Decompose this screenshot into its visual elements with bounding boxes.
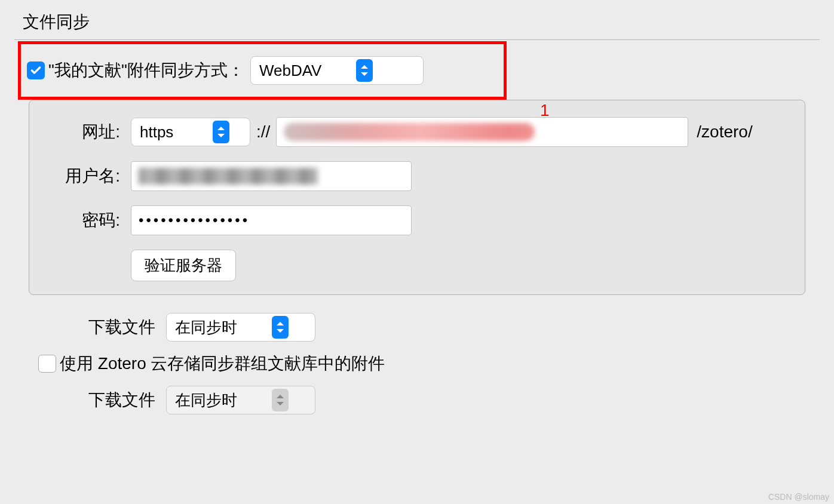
redacted-url <box>284 123 535 141</box>
download2-value: 在同步时 <box>175 390 265 411</box>
section-title: 文件同步 <box>14 0 820 39</box>
verify-server-button[interactable]: 验证服务器 <box>131 250 236 281</box>
url-label: 网址: <box>42 121 120 143</box>
sync-method-highlight: "我的文献"附件同步方式： WebDAV <box>18 41 507 100</box>
updown-icon <box>272 389 289 411</box>
protocol-value: https <box>140 123 206 142</box>
download2-select[interactable]: 在同步时 <box>166 386 315 414</box>
group-sync-label: 使用 Zotero 云存储同步群组文献库中的附件 <box>60 352 385 375</box>
annotation-number: 1 <box>540 101 550 120</box>
sync-method-select[interactable]: WebDAV <box>250 56 424 85</box>
webdav-panel: 网址: https :// /zotero/ 用户名: 密码: ••••••••… <box>29 100 805 295</box>
url-input[interactable] <box>276 117 688 147</box>
group-sync-checkbox[interactable] <box>38 355 56 373</box>
updown-icon <box>272 316 289 339</box>
watermark: CSDN @slomay <box>768 492 829 502</box>
protocol-separator: :// <box>256 122 270 142</box>
sync-method-label: "我的文献"附件同步方式： <box>48 59 244 82</box>
sync-method-checkbox[interactable] <box>27 62 45 79</box>
password-dots: ••••••••••••••• <box>139 212 250 229</box>
download1-value: 在同步时 <box>175 317 265 338</box>
checkmark-icon <box>30 64 42 76</box>
download1-label: 下载文件 <box>88 316 155 339</box>
username-input[interactable] <box>131 161 412 191</box>
password-label: 密码: <box>42 209 120 232</box>
sync-method-value: WebDAV <box>259 62 349 80</box>
download2-label: 下载文件 <box>88 389 155 411</box>
redacted-username <box>139 168 318 185</box>
updown-icon <box>356 59 373 82</box>
download1-select[interactable]: 在同步时 <box>166 313 315 342</box>
divider <box>14 39 820 40</box>
url-suffix: /zotero/ <box>697 122 752 142</box>
password-input[interactable]: ••••••••••••••• <box>131 205 412 235</box>
protocol-select[interactable]: https <box>131 118 250 146</box>
updown-icon <box>213 121 229 143</box>
username-label: 用户名: <box>42 165 120 188</box>
